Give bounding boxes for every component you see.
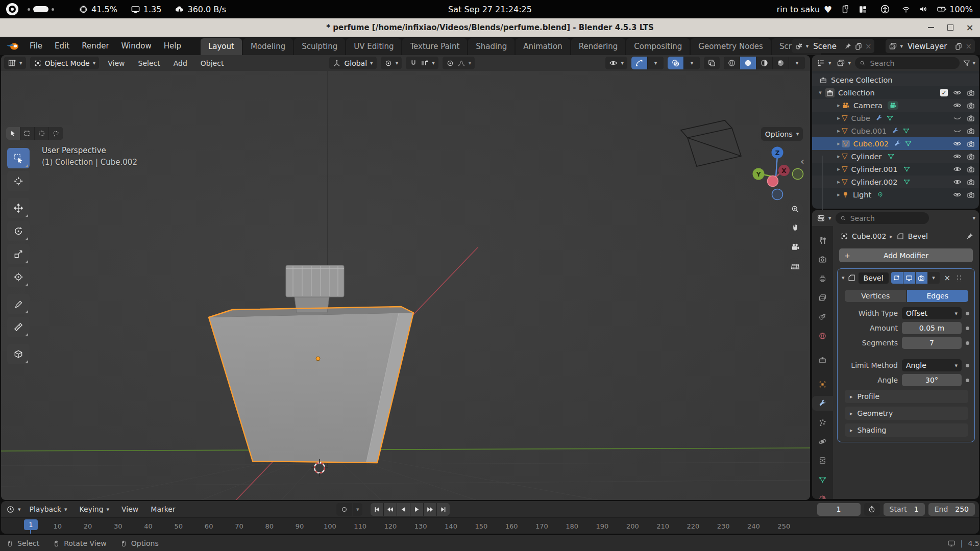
collapsed-icon[interactable]: ▸ — [836, 128, 842, 134]
collapsed-icon[interactable]: ▸ — [836, 166, 842, 172]
affect-vertices-button[interactable]: Vertices — [845, 290, 906, 302]
marker-menu[interactable]: Marker — [146, 504, 180, 515]
jump-to-end-button[interactable] — [437, 503, 450, 516]
outliner-row-cylinder-002[interactable]: ▸ ▽ Cylinder.002 — [812, 176, 979, 188]
outliner-row-cube-001[interactable]: ▸ ▽ Cube.001 — [812, 124, 979, 137]
tiling-layout-icon[interactable] — [858, 5, 868, 14]
segments-field[interactable]: 7 — [902, 337, 962, 349]
tool-scale[interactable] — [7, 244, 30, 264]
tab-material[interactable] — [812, 491, 833, 499]
topbar-menu[interactable]: File — [23, 39, 48, 53]
panel-expand-icon[interactable]: ▾ — [842, 275, 845, 281]
keying-menu[interactable]: Keying ▾ — [75, 504, 114, 515]
select-lasso-button[interactable] — [49, 127, 63, 140]
workspace-tab[interactable]: Sculpting — [294, 38, 345, 55]
animate-dot-icon[interactable] — [966, 364, 969, 367]
render-visibility-icon[interactable] — [967, 114, 975, 122]
workspace-tab[interactable]: Texture Paint — [402, 38, 467, 55]
tab-world[interactable] — [812, 329, 833, 343]
outliner-search-input[interactable] — [869, 59, 955, 68]
shading-wireframe-button[interactable] — [724, 57, 740, 69]
render-display-toggle[interactable] — [916, 272, 927, 284]
workspace-tab[interactable]: Modeling — [243, 38, 293, 55]
minimize-button[interactable] — [927, 23, 935, 32]
pin-icon[interactable] — [966, 232, 974, 240]
filter-button[interactable]: ▾ — [963, 59, 975, 67]
wifi-icon[interactable] — [901, 5, 911, 14]
collapsed-icon[interactable]: ▸ — [836, 102, 842, 109]
collapsed-icon[interactable]: ▸ — [836, 153, 842, 160]
outliner-editor-type-button[interactable]: ▾ — [816, 57, 832, 69]
tool-annotate[interactable] — [7, 294, 30, 314]
tab-scene[interactable] — [812, 310, 833, 324]
gizmo-dropdown[interactable]: ▾ — [648, 57, 664, 69]
tab-object[interactable] — [812, 377, 833, 391]
outliner-row-light[interactable]: ▸ Light — [812, 188, 979, 201]
blender-app-icon[interactable] — [6, 3, 18, 15]
new-scene-copy-icon[interactable] — [854, 42, 863, 51]
animate-dot-icon[interactable] — [966, 312, 969, 315]
volume-icon[interactable] — [919, 5, 928, 14]
amount-field[interactable]: 0.05 m — [902, 322, 962, 334]
battery-indicator[interactable]: 100% — [936, 4, 973, 14]
render-visibility-icon[interactable] — [967, 165, 975, 173]
hide-eye-icon[interactable] — [953, 88, 962, 97]
system-clock[interactable]: Sat Sep 27 21:24:25 — [448, 5, 532, 14]
mode-selector[interactable]: Object Mode ▾ — [30, 57, 100, 69]
outliner-row-cube[interactable]: ▸ ▽ Cube — [812, 112, 979, 124]
frame-end-field[interactable]: End250 — [928, 503, 975, 516]
workspace-tab[interactable]: Shading — [468, 38, 514, 55]
select-circle-button[interactable] — [35, 127, 48, 140]
tool-transform[interactable] — [7, 267, 30, 287]
drag-handle-icon[interactable] — [956, 274, 962, 282]
xray-toggle[interactable] — [704, 57, 720, 69]
shading-material-button[interactable] — [756, 57, 772, 69]
animate-dot-icon[interactable] — [966, 341, 969, 345]
outliner-row-scene-collection[interactable]: Scene Collection — [812, 73, 979, 86]
width-type-dropdown[interactable]: Offset ▾ — [902, 307, 962, 319]
overlays-toggle[interactable] — [668, 57, 683, 69]
maximize-button[interactable] — [946, 23, 954, 32]
hide-eye-icon[interactable] — [953, 139, 962, 148]
tab-physics[interactable] — [812, 434, 833, 448]
render-visibility-icon[interactable] — [967, 191, 975, 199]
breadcrumb-object[interactable]: Cube.002 — [852, 232, 886, 240]
tool-rotate[interactable] — [7, 221, 30, 241]
viewport-menu[interactable]: Add — [169, 58, 192, 69]
workspace-tab[interactable]: UV Editing — [346, 38, 401, 55]
render-visibility-icon[interactable] — [967, 140, 975, 148]
hide-eye-icon[interactable] — [953, 165, 962, 173]
topbar-menu[interactable]: Render — [76, 39, 115, 53]
render-visibility-icon[interactable] — [967, 102, 975, 110]
hide-eye-icon[interactable] — [953, 152, 962, 161]
outliner-row-collection[interactable]: ▾ Collection ✓ — [812, 86, 979, 99]
select-tweak-button[interactable] — [6, 127, 20, 140]
tool-move[interactable] — [7, 198, 30, 218]
outliner-row-cube-002-selected[interactable]: ▸ ▽ Cube.002 — [812, 137, 979, 150]
hidden-eye-icon[interactable] — [953, 114, 962, 122]
frame-start-field[interactable]: Start1 — [884, 503, 925, 516]
zoom-view-button[interactable] — [787, 201, 803, 217]
limit-method-dropdown[interactable]: Angle ▾ — [902, 359, 962, 371]
transform-orientation-selector[interactable]: Global ▾ — [329, 57, 376, 69]
tool-measure[interactable] — [7, 317, 30, 337]
properties-search-input[interactable] — [849, 214, 924, 223]
scene-selector[interactable]: ▾ Scene × — [792, 39, 875, 53]
render-visibility-icon[interactable] — [967, 178, 975, 186]
playhead-badge[interactable]: 1 — [24, 519, 38, 530]
snap-group[interactable]: ▾ — [406, 57, 438, 69]
workspace-tab[interactable]: Animation — [516, 38, 570, 55]
playback-menu[interactable]: Playback ▾ — [25, 504, 72, 515]
workspace-tab[interactable]: Layout — [201, 38, 242, 55]
tab-constraints[interactable] — [812, 454, 833, 468]
pan-view-button[interactable] — [787, 219, 803, 236]
outliner-search[interactable] — [855, 57, 960, 69]
viewport-menu[interactable]: Select — [134, 58, 165, 69]
editmode-display-toggle[interactable] — [891, 272, 903, 284]
jump-to-start-button[interactable] — [371, 503, 383, 516]
render-visibility-icon[interactable] — [967, 127, 975, 135]
hide-eye-icon[interactable] — [953, 101, 962, 110]
tab-modifiers-active[interactable] — [812, 396, 833, 410]
tab-tool[interactable] — [812, 233, 833, 247]
play-reverse-button[interactable] — [397, 503, 410, 516]
